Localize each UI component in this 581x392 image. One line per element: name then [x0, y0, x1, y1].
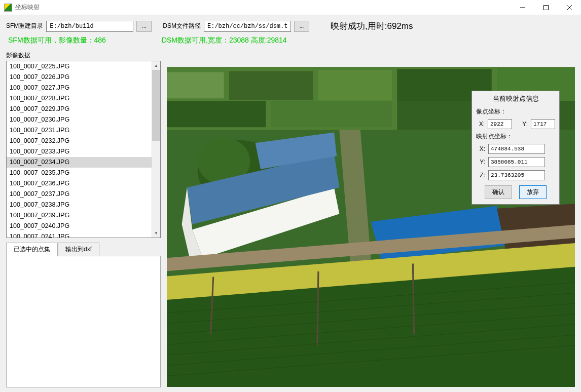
svg-line-31 [413, 264, 414, 335]
list-item[interactable]: 100_0007_0232.JPG [7, 136, 152, 146]
svg-line-30 [317, 271, 318, 345]
top-inputs-row: SFM重建目录 ... DSM文件路径 ... 映射成功,用时:692ms [6, 20, 575, 32]
svg-rect-13 [271, 101, 392, 127]
image-listbox[interactable]: 100_0007_0225.JPG100_0007_0226.JPG100_00… [6, 61, 161, 238]
pixel-y-input[interactable] [531, 119, 555, 129]
result-status: 映射成功,用时:692ms [331, 20, 413, 32]
list-item[interactable]: 100_0007_0240.JPG [7, 221, 152, 231]
mapped-x-label: X: [476, 145, 485, 152]
dsm-browse-button[interactable]: ... [294, 21, 309, 32]
dsm-path-label: DSM文件路径 [163, 22, 201, 30]
mapping-info-panel: 当前映射点信息 像点坐标： X: Y: 映射点坐标： X: Y: [471, 91, 560, 205]
pixel-x-label: X: [476, 121, 485, 128]
dsm-path-input[interactable] [204, 21, 291, 32]
app-icon [4, 4, 12, 12]
svg-rect-9 [318, 70, 392, 100]
mapped-x-input[interactable] [488, 144, 545, 154]
list-item[interactable]: 100_0007_0225.JPG [7, 61, 152, 72]
tab-export-dxf[interactable]: 输出到dxf [58, 243, 99, 256]
scrollbar[interactable]: ▲ ▼ [152, 61, 160, 238]
list-item[interactable]: 100_0007_0229.JPG [7, 104, 152, 114]
mapped-y-label: Y: [476, 159, 485, 166]
svg-rect-12 [167, 101, 266, 127]
list-item[interactable]: 100_0007_0235.JPG [7, 168, 152, 178]
list-item[interactable]: 100_0007_0230.JPG [7, 114, 152, 125]
sfm-dir-input[interactable] [46, 21, 133, 32]
discard-button[interactable]: 放弃 [519, 185, 547, 199]
tabs-row: 已选中的点集 输出到dxf [6, 242, 161, 256]
tab-selected-points[interactable]: 已选中的点集 [6, 243, 58, 256]
mapped-z-input[interactable] [488, 170, 545, 180]
list-item[interactable]: 100_0007_0238.JPG [7, 200, 152, 210]
titlebar: 坐标映射 [0, 0, 581, 15]
minimize-button[interactable] [511, 0, 534, 15]
sfm-dir-label: SFM重建目录 [6, 22, 43, 30]
info-panel-title: 当前映射点信息 [476, 94, 555, 103]
tab-content-area [6, 256, 161, 387]
list-item[interactable]: 100_0007_0234.JPG [7, 157, 152, 168]
scroll-down-icon[interactable]: ▼ [152, 229, 160, 238]
svg-rect-1 [544, 5, 549, 10]
list-item[interactable]: 100_0007_0237.JPG [7, 189, 152, 200]
pixel-coord-label: 像点坐标： [476, 107, 555, 116]
mapped-z-label: Z: [476, 172, 485, 179]
window-title: 坐标映射 [15, 3, 40, 12]
confirm-button[interactable]: 确认 [485, 185, 512, 199]
mapped-y-input[interactable] [488, 157, 545, 167]
sfm-status: SFM数据可用，影像数量：486 [8, 36, 106, 45]
mapped-coord-label: 映射点坐标： [476, 132, 555, 141]
list-item[interactable]: 100_0007_0227.JPG [7, 83, 152, 93]
list-item[interactable]: 100_0007_0226.JPG [7, 72, 152, 83]
pixel-x-input[interactable] [488, 119, 512, 129]
svg-rect-7 [167, 72, 224, 98]
pixel-y-label: Y: [519, 121, 528, 128]
scroll-up-icon[interactable]: ▲ [152, 61, 160, 70]
list-item[interactable]: 100_0007_0241.JPG [7, 231, 152, 238]
window-controls [511, 0, 581, 15]
list-item[interactable]: 100_0007_0236.JPG [7, 178, 152, 189]
svg-rect-8 [229, 71, 313, 100]
sfm-browse-button[interactable]: ... [136, 21, 152, 32]
dsm-status: DSM数据可用,宽度：23088 高度:29814 [162, 36, 287, 45]
list-item[interactable]: 100_0007_0233.JPG [7, 146, 152, 157]
image-list-label: 影像数据 [6, 51, 161, 60]
maximize-button[interactable] [534, 0, 558, 15]
status-row: SFM数据可用，影像数量：486 DSM数据可用,宽度：23088 高度:298… [6, 36, 575, 45]
close-button[interactable] [558, 0, 581, 15]
list-item[interactable]: 100_0007_0239.JPG [7, 210, 152, 221]
scrollbar-thumb[interactable] [152, 70, 160, 141]
list-item[interactable]: 100_0007_0228.JPG [7, 93, 152, 104]
list-item[interactable]: 100_0007_0231.JPG [7, 125, 152, 136]
